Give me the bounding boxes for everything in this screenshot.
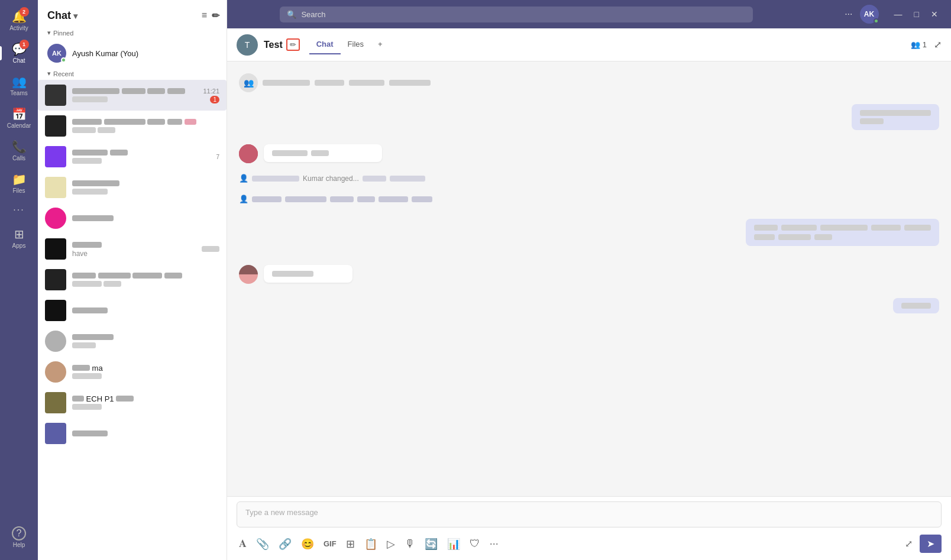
system-notification: 👤 Kumar changed... — [239, 173, 939, 184]
calendar-label: Calendar — [7, 122, 31, 129]
safety-icon[interactable]: 🛡 — [467, 535, 483, 552]
chat-item[interactable] — [38, 172, 227, 203]
maximize-button[interactable]: □ — [911, 8, 923, 20]
recent-section-label[interactable]: ▾ Recent — [38, 67, 227, 80]
chat-item[interactable]: ma — [38, 357, 227, 387]
pinned-section-label[interactable]: ▾ Pinned — [38, 27, 227, 39]
calls-icon: 📞 — [12, 140, 27, 154]
apps-icon: ⊞ — [14, 227, 24, 241]
chat-item[interactable]: 7 — [38, 141, 227, 172]
nav-item-teams[interactable]: 👥 Teams — [0, 70, 38, 101]
chat-item[interactable]: have — [38, 234, 227, 264]
bl-5 — [379, 196, 408, 202]
chat-preview: have — [72, 250, 202, 258]
emoji-icon[interactable]: 😊 — [299, 535, 316, 553]
edit-name-button[interactable]: ✏ — [286, 38, 300, 51]
tab-chat[interactable]: Chat — [309, 35, 341, 54]
nav-item-help[interactable]: ? Help — [0, 522, 38, 553]
minimize-button[interactable]: — — [891, 8, 906, 20]
system-row-2: 👤 — [239, 193, 939, 205]
chat-name: ma — [72, 364, 219, 373]
msg-bubble — [264, 144, 382, 162]
link-icon[interactable]: 🔗 — [276, 535, 294, 553]
chat-avatar — [45, 238, 66, 260]
search-placeholder: Search — [301, 10, 325, 19]
compose-icon[interactable]: ✏ — [212, 10, 219, 21]
chat-item[interactable]: ECH P1 — [38, 387, 227, 418]
forward-icon[interactable]: ▷ — [384, 535, 397, 553]
message-placeholder: Type a new message — [245, 508, 318, 517]
search-bar[interactable]: 🔍 Search — [280, 7, 753, 22]
bl-3 — [330, 196, 354, 202]
nav-item-calls[interactable]: 📞 Calls — [0, 135, 38, 166]
messages-area: 👥 — [227, 61, 951, 496]
audio-icon[interactable]: 🎙 — [402, 535, 418, 552]
chat-badge: 1 — [20, 40, 29, 49]
loop-icon[interactable]: 🔄 — [422, 535, 440, 553]
chat-title-chevron[interactable]: ▾ — [73, 11, 77, 21]
calendar-icon: 📅 — [12, 107, 27, 121]
main-content: 🔍 Search ··· AK — □ ✕ T Test ✏ Chat File… — [227, 0, 951, 560]
poll-icon[interactable]: 📊 — [445, 535, 462, 553]
message-incoming — [239, 144, 939, 163]
nav-item-files[interactable]: 📁 Files — [0, 167, 38, 199]
chat-item[interactable] — [38, 326, 227, 357]
chat-preview — [72, 157, 216, 166]
message-toolbar: 𝐀 📎 🔗 😊 GIF ⊞ 📋 ▷ 🎙 🔄 📊 🛡 ··· ⤢ ➤ — [237, 532, 942, 555]
chat-avatar — [45, 300, 66, 321]
system-icon: 👤 — [239, 174, 248, 183]
message-input-area: Type a new message 𝐀 📎 🔗 😊 GIF ⊞ 📋 ▷ 🎙 🔄… — [227, 496, 951, 560]
system-text-2 — [315, 80, 344, 86]
send-button[interactable]: ➤ — [920, 535, 942, 553]
chat-item[interactable] — [38, 264, 227, 295]
participants-button[interactable]: 👥 1 — [911, 40, 927, 49]
chat-name: ECH P1 — [72, 394, 219, 403]
chat-info: ma — [72, 364, 219, 381]
bl-6 — [412, 196, 432, 202]
gif-icon[interactable]: GIF — [321, 537, 339, 551]
attach-icon[interactable]: 📎 — [254, 535, 271, 553]
nav-item-apps[interactable]: ⊞ Apps — [0, 222, 38, 254]
chat-item[interactable] — [38, 203, 227, 234]
nav-item-more[interactable]: ··· — [0, 200, 38, 221]
bl-1 — [252, 196, 282, 202]
pinned-label: Pinned — [53, 30, 73, 37]
nav-item-chat[interactable]: 💬 1 Chat — [0, 37, 38, 69]
chat-info — [72, 87, 203, 104]
user-avatar[interactable]: AK — [860, 5, 879, 24]
chat-meta: 11:21 1 — [203, 88, 219, 103]
chat-avatar — [45, 331, 66, 352]
more-options-icon[interactable]: ··· — [845, 9, 852, 20]
recent-list: 11:21 1 — [38, 80, 227, 560]
format-text-icon[interactable]: 𝐀 — [237, 535, 249, 552]
outgoing-content-2 — [754, 234, 931, 240]
schedule-icon[interactable]: 📋 — [362, 535, 380, 553]
pinned-contact-item[interactable]: AK Ayush Kumar (You) — [38, 39, 227, 67]
popout-button[interactable]: ⤢ — [934, 39, 942, 50]
message-input[interactable]: Type a new message — [237, 501, 942, 527]
system-msg-text — [252, 176, 299, 182]
expand-button[interactable]: ⤢ — [903, 536, 915, 552]
chat-info — [72, 179, 219, 196]
activity-badge: 2 — [20, 7, 29, 17]
chat-item[interactable]: 11:21 1 — [38, 80, 227, 111]
nav-item-activity[interactable]: 🔔 2 Activity — [0, 5, 38, 36]
chat-item[interactable] — [38, 295, 227, 326]
tab-files[interactable]: Files — [341, 35, 371, 54]
close-button[interactable]: ✕ — [927, 8, 942, 20]
filter-icon[interactable]: ≡ — [202, 10, 207, 21]
chat-name — [72, 148, 216, 157]
more-toolbar-icon[interactable]: ··· — [487, 535, 501, 552]
chat-name — [72, 333, 219, 342]
tab-add[interactable]: + — [371, 35, 390, 54]
files-icon: 📁 — [12, 172, 27, 186]
chat-item[interactable] — [38, 418, 227, 449]
nav-item-calendar[interactable]: 📅 Calendar — [0, 102, 38, 134]
message-incoming-2 — [239, 265, 939, 284]
chat-avatar — [45, 115, 66, 137]
chat-item[interactable] — [38, 111, 227, 141]
activity-icon: 🔔 2 — [12, 9, 27, 24]
calls-label: Calls — [12, 155, 25, 161]
chat-preview — [72, 127, 219, 135]
sticker-icon[interactable]: ⊞ — [344, 535, 357, 553]
